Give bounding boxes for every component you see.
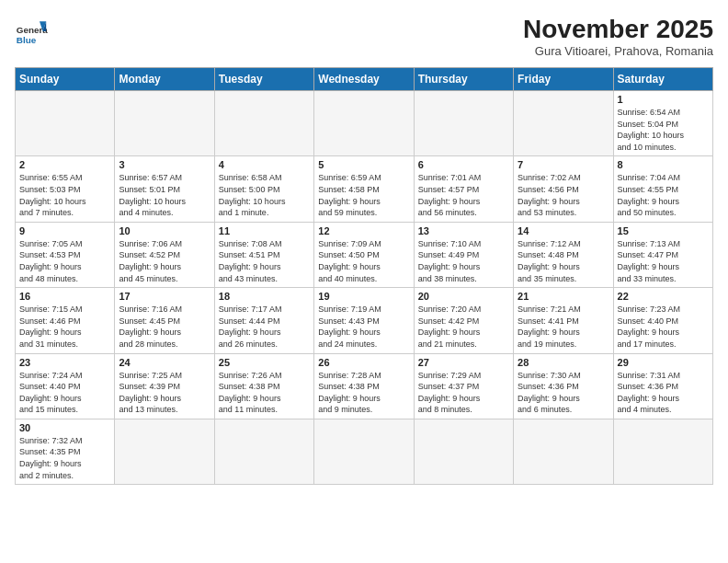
day-number: 29 [618, 357, 709, 368]
day-info: Sunrise: 7:23 AM Sunset: 4:40 PM Dayligh… [618, 304, 709, 350]
day-number: 8 [618, 159, 709, 170]
calendar-cell: 22Sunrise: 7:23 AM Sunset: 4:40 PM Dayli… [613, 288, 712, 353]
svg-text:Blue: Blue [17, 35, 37, 45]
page-header: General Blue November 2025 Gura Vitioare… [15, 15, 713, 58]
day-number: 19 [318, 291, 409, 302]
subtitle: Gura Vitioarei, Prahova, Romania [523, 44, 713, 58]
calendar-week-row: 9Sunrise: 7:05 AM Sunset: 4:53 PM Daylig… [16, 222, 713, 287]
day-info: Sunrise: 7:24 AM Sunset: 4:40 PM Dayligh… [19, 370, 110, 416]
day-info: Sunrise: 7:02 AM Sunset: 4:56 PM Dayligh… [518, 172, 609, 218]
day-number: 12 [318, 225, 409, 236]
day-number: 10 [119, 225, 210, 236]
day-info: Sunrise: 7:25 AM Sunset: 4:39 PM Dayligh… [119, 370, 210, 416]
calendar-cell [314, 91, 414, 156]
day-number: 20 [418, 291, 509, 302]
calendar-cell: 17Sunrise: 7:16 AM Sunset: 4:45 PM Dayli… [115, 288, 214, 353]
day-info: Sunrise: 7:30 AM Sunset: 4:36 PM Dayligh… [518, 370, 609, 416]
day-info: Sunrise: 7:04 AM Sunset: 4:55 PM Dayligh… [618, 172, 709, 218]
calendar-cell: 12Sunrise: 7:09 AM Sunset: 4:50 PM Dayli… [314, 222, 414, 287]
day-info: Sunrise: 7:16 AM Sunset: 4:45 PM Dayligh… [119, 304, 210, 350]
calendar-cell: 2Sunrise: 6:55 AM Sunset: 5:03 PM Daylig… [16, 156, 115, 222]
calendar-cell: 21Sunrise: 7:21 AM Sunset: 4:41 PM Dayli… [514, 288, 613, 353]
calendar-cell: 7Sunrise: 7:02 AM Sunset: 4:56 PM Daylig… [514, 156, 613, 222]
calendar-cell [115, 91, 214, 156]
day-number: 28 [518, 357, 609, 368]
calendar-cell: 30Sunrise: 7:32 AM Sunset: 4:35 PM Dayli… [16, 419, 115, 484]
calendar-week-row: 2Sunrise: 6:55 AM Sunset: 5:03 PM Daylig… [16, 156, 713, 222]
logo-icon: General Blue [15, 15, 48, 48]
calendar-cell: 9Sunrise: 7:05 AM Sunset: 4:53 PM Daylig… [16, 222, 115, 287]
day-number: 6 [418, 159, 509, 170]
day-number: 4 [219, 159, 310, 170]
calendar-cell: 23Sunrise: 7:24 AM Sunset: 4:40 PM Dayli… [16, 353, 115, 419]
calendar-cell [414, 419, 513, 484]
day-number: 11 [219, 225, 310, 236]
day-info: Sunrise: 6:55 AM Sunset: 5:03 PM Dayligh… [19, 172, 110, 218]
calendar-cell [115, 419, 214, 484]
day-number: 27 [418, 357, 509, 368]
calendar-cell: 11Sunrise: 7:08 AM Sunset: 4:51 PM Dayli… [214, 222, 313, 287]
day-info: Sunrise: 7:10 AM Sunset: 4:49 PM Dayligh… [418, 238, 509, 284]
day-number: 15 [618, 225, 709, 236]
day-info: Sunrise: 7:19 AM Sunset: 4:43 PM Dayligh… [318, 304, 409, 350]
day-info: Sunrise: 6:58 AM Sunset: 5:00 PM Dayligh… [219, 172, 310, 218]
day-info: Sunrise: 6:59 AM Sunset: 4:58 PM Dayligh… [318, 172, 409, 218]
day-header-wednesday: Wednesday [314, 68, 414, 91]
day-number: 26 [318, 357, 409, 368]
calendar-cell [314, 419, 414, 484]
calendar-header-row: SundayMondayTuesdayWednesdayThursdayFrid… [16, 68, 713, 91]
day-info: Sunrise: 7:29 AM Sunset: 4:37 PM Dayligh… [418, 370, 509, 416]
calendar-week-row: 23Sunrise: 7:24 AM Sunset: 4:40 PM Dayli… [16, 353, 713, 419]
day-number: 24 [119, 357, 210, 368]
calendar-cell: 24Sunrise: 7:25 AM Sunset: 4:39 PM Dayli… [115, 353, 214, 419]
calendar-cell: 28Sunrise: 7:30 AM Sunset: 4:36 PM Dayli… [514, 353, 613, 419]
day-header-sunday: Sunday [16, 68, 115, 91]
calendar-cell [414, 91, 513, 156]
day-number: 17 [119, 291, 210, 302]
day-number: 3 [119, 159, 210, 170]
day-info: Sunrise: 7:12 AM Sunset: 4:48 PM Dayligh… [518, 238, 609, 284]
day-info: Sunrise: 7:06 AM Sunset: 4:52 PM Dayligh… [119, 238, 210, 284]
calendar-cell: 14Sunrise: 7:12 AM Sunset: 4:48 PM Dayli… [514, 222, 613, 287]
calendar-cell: 29Sunrise: 7:31 AM Sunset: 4:36 PM Dayli… [613, 353, 712, 419]
calendar-cell: 1Sunrise: 6:54 AM Sunset: 5:04 PM Daylig… [613, 91, 712, 156]
day-number: 2 [19, 159, 110, 170]
day-header-friday: Friday [514, 68, 613, 91]
calendar-cell: 6Sunrise: 7:01 AM Sunset: 4:57 PM Daylig… [414, 156, 513, 222]
day-number: 23 [19, 357, 110, 368]
day-number: 5 [318, 159, 409, 170]
calendar-cell: 16Sunrise: 7:15 AM Sunset: 4:46 PM Dayli… [16, 288, 115, 353]
calendar-cell [214, 91, 313, 156]
day-info: Sunrise: 7:15 AM Sunset: 4:46 PM Dayligh… [19, 304, 110, 350]
calendar-cell: 27Sunrise: 7:29 AM Sunset: 4:37 PM Dayli… [414, 353, 513, 419]
day-info: Sunrise: 6:54 AM Sunset: 5:04 PM Dayligh… [618, 107, 709, 153]
day-number: 9 [19, 225, 110, 236]
day-header-monday: Monday [115, 68, 214, 91]
calendar-cell: 19Sunrise: 7:19 AM Sunset: 4:43 PM Dayli… [314, 288, 414, 353]
calendar-cell [514, 91, 613, 156]
day-number: 16 [19, 291, 110, 302]
day-info: Sunrise: 7:08 AM Sunset: 4:51 PM Dayligh… [219, 238, 310, 284]
day-info: Sunrise: 7:20 AM Sunset: 4:42 PM Dayligh… [418, 304, 509, 350]
calendar-cell: 26Sunrise: 7:28 AM Sunset: 4:38 PM Dayli… [314, 353, 414, 419]
logo: General Blue [15, 15, 48, 48]
calendar-cell: 15Sunrise: 7:13 AM Sunset: 4:47 PM Dayli… [613, 222, 712, 287]
day-number: 30 [19, 422, 110, 433]
day-info: Sunrise: 7:26 AM Sunset: 4:38 PM Dayligh… [219, 370, 310, 416]
day-header-thursday: Thursday [414, 68, 513, 91]
calendar-cell: 13Sunrise: 7:10 AM Sunset: 4:49 PM Dayli… [414, 222, 513, 287]
day-number: 25 [219, 357, 310, 368]
day-number: 22 [618, 291, 709, 302]
day-info: Sunrise: 6:57 AM Sunset: 5:01 PM Dayligh… [119, 172, 210, 218]
day-header-tuesday: Tuesday [214, 68, 313, 91]
calendar-week-row: 1Sunrise: 6:54 AM Sunset: 5:04 PM Daylig… [16, 91, 713, 156]
day-info: Sunrise: 7:09 AM Sunset: 4:50 PM Dayligh… [318, 238, 409, 284]
calendar-cell [613, 419, 712, 484]
calendar-cell: 18Sunrise: 7:17 AM Sunset: 4:44 PM Dayli… [214, 288, 313, 353]
calendar-cell: 4Sunrise: 6:58 AM Sunset: 5:00 PM Daylig… [214, 156, 313, 222]
day-info: Sunrise: 7:21 AM Sunset: 4:41 PM Dayligh… [518, 304, 609, 350]
day-info: Sunrise: 7:05 AM Sunset: 4:53 PM Dayligh… [19, 238, 110, 284]
day-number: 14 [518, 225, 609, 236]
day-number: 7 [518, 159, 609, 170]
calendar-cell [514, 419, 613, 484]
